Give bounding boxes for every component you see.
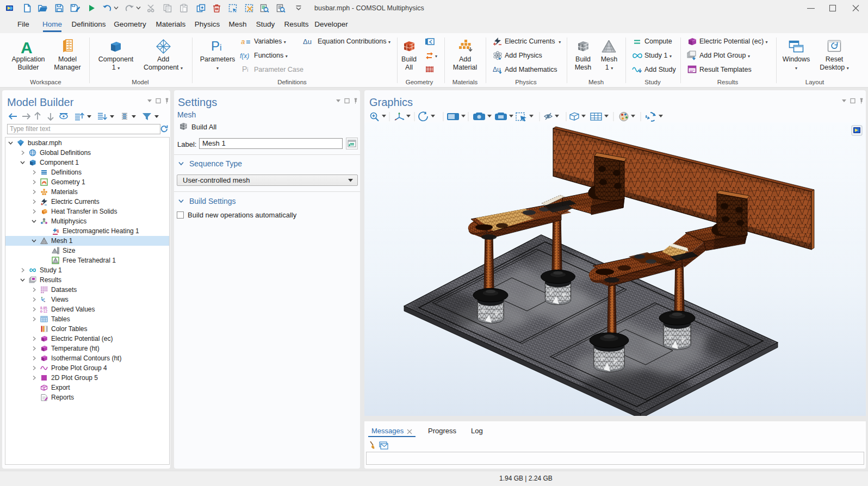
svg-text:a: a — [241, 38, 245, 46]
svg-text:Δu: Δu — [303, 38, 312, 46]
svg-text:f(x): f(x) — [240, 52, 249, 60]
svg-text:e-12: e-12 — [40, 309, 47, 313]
